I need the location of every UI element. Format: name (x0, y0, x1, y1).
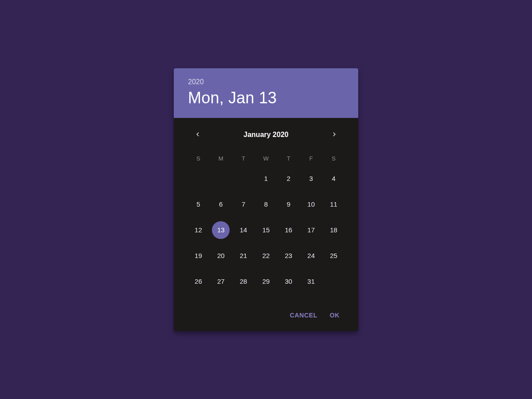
calendar-day[interactable]: 15 (255, 220, 278, 240)
calendar-day-label: 11 (325, 196, 343, 213)
weekday-label: S (322, 153, 345, 164)
calendar-day[interactable]: 21 (232, 246, 255, 266)
calendar-day-label: 21 (235, 247, 252, 265)
calendar-day-empty (232, 169, 255, 188)
weekday-header-row: SMTWTFS (174, 148, 358, 164)
calendar-day-label: 17 (302, 221, 320, 239)
calendar-days-grid: 1234567891011121314151617181920212223242… (174, 164, 358, 291)
calendar-day[interactable]: 12 (187, 220, 210, 240)
ok-button[interactable]: OK (330, 312, 340, 319)
calendar-day-label: 13 (212, 221, 230, 239)
weekday-label: T (277, 153, 300, 164)
calendar-day[interactable]: 28 (232, 272, 255, 291)
calendar-day-label: 5 (189, 196, 207, 213)
calendar-day[interactable]: 2 (277, 169, 300, 188)
calendar-day[interactable]: 9 (277, 195, 300, 214)
calendar-day-empty (187, 169, 210, 188)
calendar-day-label: 26 (189, 273, 207, 290)
calendar-day-label: 12 (189, 221, 207, 239)
calendar-day[interactable]: 27 (210, 272, 232, 291)
calendar-day-label: 15 (257, 221, 275, 239)
calendar-day-label: 30 (280, 273, 297, 290)
calendar-day-label: 6 (212, 196, 230, 213)
calendar-day[interactable]: 26 (187, 272, 210, 291)
month-year-title: January 2020 (243, 131, 288, 139)
calendar-day[interactable]: 22 (255, 246, 278, 266)
weekday-label: M (210, 153, 232, 164)
calendar-day[interactable]: 17 (300, 220, 322, 240)
calendar-day-label: 2 (280, 170, 297, 188)
calendar-day[interactable]: 23 (277, 246, 300, 266)
calendar-day[interactable]: 29 (255, 272, 278, 291)
calendar-day-label: 1 (257, 170, 275, 188)
calendar-day-label: 3 (302, 170, 320, 188)
calendar-day-label: 10 (302, 196, 320, 213)
calendar-day-label: 18 (325, 221, 343, 239)
calendar-day[interactable]: 24 (300, 246, 322, 266)
calendar-day[interactable]: 31 (300, 272, 322, 291)
calendar-day-label: 29 (257, 273, 275, 290)
month-navigation: January 2020 (174, 118, 358, 148)
calendar-day[interactable]: 14 (232, 220, 255, 240)
dialog-actions: Cancel OK (174, 291, 358, 331)
cancel-button[interactable]: Cancel (290, 312, 317, 319)
calendar-day[interactable]: 20 (210, 246, 232, 266)
header-selected-date: Mon, Jan 13 (188, 89, 344, 107)
calendar-day-label: 23 (280, 247, 297, 265)
calendar-day-label: 16 (280, 221, 297, 239)
weekday-label: S (187, 153, 210, 164)
calendar-day-label: 4 (325, 170, 343, 188)
calendar-day[interactable]: 6 (210, 195, 232, 214)
date-picker-dialog: 2020 Mon, Jan 13 January 2020 SMTWTFS 12… (174, 68, 358, 331)
calendar-day[interactable]: 11 (322, 195, 345, 214)
calendar-day-empty (210, 169, 232, 188)
calendar-day[interactable]: 30 (277, 272, 300, 291)
calendar-day[interactable]: 4 (322, 169, 345, 188)
calendar-day-label: 22 (257, 247, 275, 265)
calendar-day-label: 14 (235, 221, 252, 239)
weekday-label: W (255, 153, 278, 164)
calendar-day-label: 9 (280, 196, 297, 213)
chevron-left-icon (195, 131, 200, 139)
date-picker-header: 2020 Mon, Jan 13 (174, 68, 358, 118)
next-month-button[interactable] (329, 129, 340, 140)
calendar-day-label: 25 (325, 247, 343, 265)
calendar-day-label: 8 (257, 196, 275, 213)
calendar-day[interactable]: 25 (322, 246, 345, 266)
calendar-day[interactable]: 5 (187, 195, 210, 214)
calendar-day-label: 27 (212, 273, 230, 290)
calendar-day-label: 19 (189, 247, 207, 265)
chevron-right-icon (332, 131, 337, 139)
prev-month-button[interactable] (192, 129, 203, 140)
weekday-label: F (300, 153, 322, 164)
calendar-day-label: 20 (212, 247, 230, 265)
calendar-day[interactable]: 10 (300, 195, 322, 214)
calendar-day[interactable]: 13 (210, 220, 232, 240)
weekday-label: T (232, 153, 255, 164)
calendar-day-label: 24 (302, 247, 320, 265)
calendar-day[interactable]: 8 (255, 195, 278, 214)
calendar-day[interactable]: 18 (322, 220, 345, 240)
calendar-day[interactable]: 16 (277, 220, 300, 240)
calendar-day-label: 31 (302, 273, 320, 290)
calendar-day[interactable]: 19 (187, 246, 210, 266)
calendar-day[interactable]: 7 (232, 195, 255, 214)
calendar-day[interactable]: 1 (255, 169, 278, 188)
header-year[interactable]: 2020 (188, 78, 344, 86)
calendar-day-label: 7 (235, 196, 252, 213)
calendar-day[interactable]: 3 (300, 169, 322, 188)
calendar-day-label: 28 (235, 273, 252, 290)
